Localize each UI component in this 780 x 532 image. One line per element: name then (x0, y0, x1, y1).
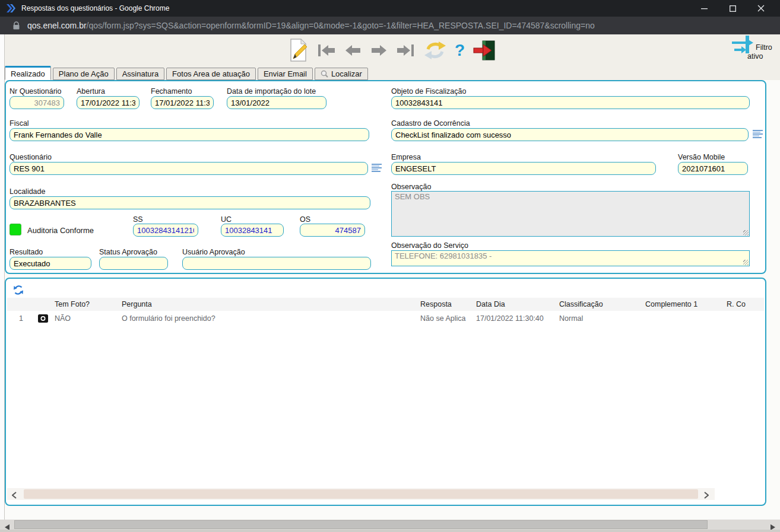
questionnaire-form-panel: Nr Questionário Abertura Fechamento Data… (5, 80, 766, 274)
fechamento-field[interactable] (151, 96, 214, 109)
col-data-dia: Data Dia (476, 298, 505, 311)
cell-classificacao: Normal (559, 311, 583, 326)
refresh-icon (423, 40, 447, 61)
os-field[interactable] (300, 224, 365, 237)
exit-door-icon (473, 40, 496, 61)
questionario-label: Questionário (9, 153, 52, 161)
filter-active-label-line2: ativo (747, 52, 763, 60)
close-button[interactable] (747, 0, 775, 17)
maximize-icon (730, 5, 736, 12)
uc-field[interactable] (221, 224, 284, 237)
ss-field[interactable] (133, 224, 198, 237)
refresh-button[interactable] (423, 40, 447, 61)
maximize-button[interactable] (718, 0, 747, 17)
objeto-fiscalizacao-label: Objeto de Fiscalização (391, 87, 466, 95)
previous-record-button[interactable] (344, 43, 362, 58)
usuario-aprovacao-label: Usuário Aprovação (182, 248, 245, 256)
versao-mobile-label: Versão Mobile (678, 153, 725, 161)
grid-refresh-icon (13, 285, 24, 295)
fechamento-label: Fechamento (151, 87, 192, 95)
tab-localizar[interactable]: Localizar (315, 68, 368, 80)
table-row[interactable]: 1 NÃO O formulário foi preenchido? Não s… (7, 311, 764, 326)
localidade-field[interactable] (9, 196, 370, 209)
resultado-field[interactable] (9, 257, 91, 270)
fiscal-label: Fiscal (9, 119, 29, 128)
ss-label: SS (133, 215, 143, 224)
col-tem-foto: Tem Foto? (55, 298, 90, 311)
status-aprovacao-field[interactable] (99, 257, 168, 270)
last-record-button[interactable] (395, 43, 416, 58)
grid-scrollbar-thumb[interactable] (24, 489, 698, 499)
page-scrollbar-thumb[interactable] (14, 520, 708, 529)
address-bar: qos.enel.com.br/qos/form.jsp?sys=SQS&act… (0, 17, 780, 34)
cadastro-lookup-icon[interactable] (753, 130, 763, 141)
nr-questionario-field[interactable] (9, 96, 64, 109)
cell-resposta: Não se Aplica (420, 311, 465, 326)
tab-fotos-area-atuacao[interactable]: Fotos Area de atuação (166, 68, 256, 80)
first-record-button[interactable] (316, 43, 337, 58)
next-record-icon (370, 43, 388, 58)
help-button[interactable]: ? (455, 40, 465, 60)
data-importacao-field[interactable] (227, 96, 326, 109)
tab-plano-de-acao[interactable]: Plano de Ação (53, 68, 115, 80)
objeto-fiscalizacao-field[interactable] (391, 96, 750, 109)
grid-horizontal-scrollbar[interactable] (7, 488, 715, 500)
col-r-co: R. Co (727, 298, 746, 311)
edit-record-button[interactable] (288, 39, 309, 62)
last-record-icon (395, 43, 416, 58)
cadastro-ocorrencia-label: Cadastro de Ocorrência (391, 119, 470, 128)
url-path: /qos/form.jsp?sys=SQS&action=openform&fo… (87, 21, 595, 30)
empresa-label: Empresa (391, 153, 421, 161)
auditoria-conforme-label: Auditoria Conforme (27, 226, 94, 235)
questionario-field[interactable] (9, 162, 368, 175)
minimize-button[interactable] (690, 0, 718, 17)
edit-document-icon (288, 39, 309, 62)
os-label: OS (300, 215, 310, 224)
page-horizontal-scrollbar[interactable] (0, 520, 780, 530)
uc-label: UC (221, 215, 232, 224)
resultado-label: Resultado (9, 248, 43, 256)
tab-bar: Realizado Plano de Ação Assinatura Fotos… (5, 66, 370, 80)
observacao-servico-textarea[interactable]: TELEFONE: 62981031835 - (391, 250, 750, 266)
photo-button[interactable] (38, 314, 48, 325)
page-url: qos.enel.com.br/qos/form.jsp?sys=SQS&act… (27, 21, 595, 30)
close-icon (757, 5, 765, 12)
status-aprovacao-label: Status Aprovação (99, 248, 157, 256)
abertura-field[interactable] (77, 96, 139, 109)
versao-mobile-field[interactable] (678, 162, 748, 175)
grid-refresh-button[interactable] (13, 285, 24, 298)
first-record-icon (316, 43, 337, 58)
cell-tem-foto: NÃO (55, 311, 71, 326)
site-favicon-icon (6, 4, 15, 12)
tab-assinatura[interactable]: Assinatura (116, 68, 164, 80)
questionario-lookup-icon[interactable] (372, 164, 382, 174)
abertura-label: Abertura (77, 87, 105, 95)
grid-scroll-left-button[interactable] (12, 490, 17, 501)
grid-scroll-right-button[interactable] (704, 490, 709, 501)
data-importacao-label: Data de importação do lote (227, 87, 316, 95)
tab-realizado[interactable]: Realizado (5, 66, 51, 80)
cell-pergunta: O formulário foi preenchido? (122, 311, 215, 326)
cadastro-ocorrencia-field[interactable] (391, 128, 749, 141)
taskbar-edge (0, 530, 780, 532)
window-title: Respostas dos questionários - Google Chr… (21, 4, 169, 12)
url-domain: qos.enel.com.br (27, 21, 87, 30)
window-titlebar: Respostas dos questionários - Google Chr… (0, 0, 780, 17)
filter-active-label-line1: Filtro (756, 43, 772, 52)
empresa-field[interactable] (391, 162, 656, 175)
tab-enviar-email[interactable]: Enviar Email (258, 68, 313, 80)
search-icon (321, 70, 328, 78)
next-record-button[interactable] (370, 43, 388, 58)
usuario-aprovacao-field[interactable] (182, 257, 371, 270)
col-pergunta: Pergunta (122, 298, 152, 311)
observacao-label: Observação (391, 183, 431, 191)
minimize-icon (701, 5, 708, 12)
previous-record-icon (344, 43, 362, 58)
localidade-label: Localidade (9, 187, 45, 196)
camera-icon (38, 314, 48, 323)
exit-button[interactable] (473, 40, 496, 61)
lock-icon (13, 21, 20, 30)
col-classificacao: Classificação (559, 298, 603, 311)
fiscal-field[interactable] (9, 128, 369, 141)
observacao-textarea[interactable]: SEM OBS (391, 191, 750, 237)
